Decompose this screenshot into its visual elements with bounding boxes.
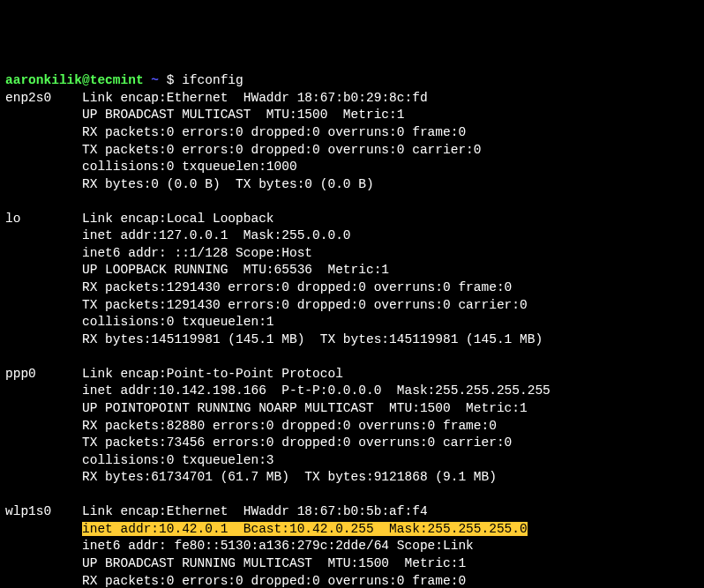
enp2s0-l5: collisions:0 txqueuelen:1000 bbox=[5, 159, 699, 176]
blank-line bbox=[5, 487, 699, 504]
prompt-user-host: aaronkilik@tecmint bbox=[5, 73, 144, 87]
iface-line: RX bytes:0 (0.0 B) TX bytes:0 (0.0 B) bbox=[82, 177, 374, 191]
lo-l3: inet6 addr: ::1/128 Scope:Host bbox=[5, 245, 699, 263]
iface-line: inet addr:10.142.198.166 P-t-P:0.0.0.0 M… bbox=[82, 383, 550, 398]
ppp0-l3: UP POINTOPOINT RUNNING NOARP MULTICAST M… bbox=[5, 400, 699, 418]
iface-line: RX packets:0 errors:0 dropped:0 overruns… bbox=[82, 125, 466, 139]
iface-line: TX packets:0 errors:0 dropped:0 overruns… bbox=[82, 143, 481, 157]
iface-line: UP LOOPBACK RUNNING MTU:65536 Metric:1 bbox=[82, 263, 389, 277]
blank-line bbox=[5, 348, 699, 366]
enp2s0-header: enp2s0 Link encap:Ethernet HWaddr 18:67:… bbox=[5, 90, 699, 108]
lo-l2: inet addr:127.0.0.1 Mask:255.0.0.0 bbox=[5, 227, 699, 245]
iface-line: inet6 addr: fe80::5130:a136:279c:2dde/64… bbox=[82, 539, 474, 553]
iface-line: RX packets:1291430 errors:0 dropped:0 ov… bbox=[82, 280, 512, 294]
wlp1s0-l5: RX packets:0 errors:0 dropped:0 overruns… bbox=[5, 573, 699, 588]
ppp0-header: ppp0 Link encap:Point-to-Point Protocol bbox=[5, 366, 699, 383]
iface-line: inet6 addr: ::1/128 Scope:Host bbox=[82, 246, 312, 260]
iface-line: UP BROADCAST MULTICAST MTU:1500 Metric:1 bbox=[82, 108, 404, 122]
iface-line: Link encap:Point-to-Point Protocol bbox=[82, 367, 343, 381]
lo-l4: UP LOOPBACK RUNNING MTU:65536 Metric:1 bbox=[5, 262, 699, 279]
enp2s0-l4: TX packets:0 errors:0 dropped:0 overruns… bbox=[5, 142, 699, 160]
iface-line: RX bytes:145119981 (145.1 MB) TX bytes:1… bbox=[82, 332, 543, 346]
wlp1s0-l4: UP BROADCAST RUNNING MULTICAST MTU:1500 … bbox=[5, 555, 699, 573]
ppp0-l6: collisions:0 txqueuelen:3 bbox=[5, 452, 699, 470]
iface-line: UP BROADCAST RUNNING MULTICAST MTU:1500 … bbox=[82, 556, 466, 570]
lo-header: lo Link encap:Local Loopback bbox=[5, 211, 699, 228]
iface-line: RX bytes:61734701 (61.7 MB) TX bytes:912… bbox=[82, 470, 497, 484]
iface-name: enp2s0 bbox=[5, 91, 51, 105]
wlp1s0-l2-highlighted: inet addr:10.42.0.1 Bcast:10.42.0.255 Ma… bbox=[5, 521, 699, 539]
ppp0-l2: inet addr:10.142.198.166 P-t-P:0.0.0.0 M… bbox=[5, 383, 699, 400]
prompt-symbol: $ bbox=[167, 73, 175, 87]
iface-line: collisions:0 txqueuelen:1000 bbox=[82, 160, 297, 174]
iface-line: RX packets:82880 errors:0 dropped:0 over… bbox=[82, 419, 497, 433]
lo-l8: RX bytes:145119981 (145.1 MB) TX bytes:1… bbox=[5, 331, 699, 349]
lo-l5: RX packets:1291430 errors:0 dropped:0 ov… bbox=[5, 279, 699, 297]
enp2s0-l3: RX packets:0 errors:0 dropped:0 overruns… bbox=[5, 124, 699, 142]
prompt-line-1: aaronkilik@tecmint ~ $ ifconfig bbox=[5, 72, 699, 90]
enp2s0-l2: UP BROADCAST MULTICAST MTU:1500 Metric:1 bbox=[5, 107, 699, 124]
iface-line: TX packets:73456 errors:0 dropped:0 over… bbox=[82, 435, 512, 450]
prompt-path: ~ bbox=[151, 73, 159, 87]
iface-line: collisions:0 txqueuelen:1 bbox=[82, 315, 274, 329]
iface-line: TX packets:1291430 errors:0 dropped:0 ov… bbox=[82, 298, 528, 312]
iface-line: collisions:0 txqueuelen:3 bbox=[82, 453, 274, 467]
enp2s0-l6: RX bytes:0 (0.0 B) TX bytes:0 (0.0 B) bbox=[5, 176, 699, 194]
iface-line: Link encap:Ethernet HWaddr 18:67:b0:29:8… bbox=[82, 91, 428, 105]
blank-line bbox=[5, 193, 699, 211]
lo-l6: TX packets:1291430 errors:0 dropped:0 ov… bbox=[5, 297, 699, 315]
wlp1s0-l3: inet6 addr: fe80::5130:a136:279c:2dde/64… bbox=[5, 538, 699, 555]
ppp0-l5: TX packets:73456 errors:0 dropped:0 over… bbox=[5, 435, 699, 452]
highlighted-inet-line: inet addr:10.42.0.1 Bcast:10.42.0.255 Ma… bbox=[82, 522, 528, 536]
ppp0-l4: RX packets:82880 errors:0 dropped:0 over… bbox=[5, 418, 699, 435]
wlp1s0-header: wlp1s0 Link encap:Ethernet HWaddr 18:67:… bbox=[5, 503, 699, 521]
iface-line: Link encap:Ethernet HWaddr 18:67:b0:5b:a… bbox=[82, 504, 428, 518]
iface-line: RX packets:0 errors:0 dropped:0 overruns… bbox=[82, 574, 466, 588]
iface-name: wlp1s0 bbox=[5, 504, 51, 518]
iface-name: ppp0 bbox=[5, 367, 36, 381]
lo-l7: collisions:0 txqueuelen:1 bbox=[5, 314, 699, 331]
iface-line: UP POINTOPOINT RUNNING NOARP MULTICAST M… bbox=[82, 401, 528, 415]
command-input[interactable]: ifconfig bbox=[182, 73, 243, 87]
ppp0-l7: RX bytes:61734701 (61.7 MB) TX bytes:912… bbox=[5, 469, 699, 487]
iface-line: inet addr:127.0.0.1 Mask:255.0.0.0 bbox=[82, 228, 351, 242]
iface-line: Link encap:Local Loopback bbox=[82, 212, 274, 226]
iface-name: lo bbox=[5, 212, 20, 226]
terminal[interactable]: aaronkilik@tecmint ~ $ ifconfigenp2s0 Li… bbox=[5, 72, 699, 588]
